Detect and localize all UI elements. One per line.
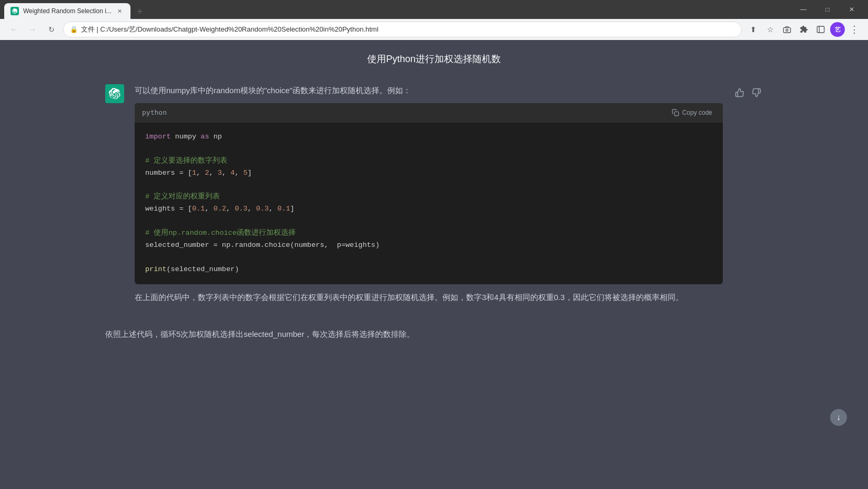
refresh-button[interactable]: ↻	[44, 22, 59, 37]
maximize-button[interactable]: □	[815, 0, 840, 19]
svg-rect-0	[783, 28, 790, 33]
nav-bar: ← → ↻ 🔒 文件 | C:/Users/艺/Downloads/Chatgp…	[0, 19, 868, 40]
profile-avatar-button[interactable]: 艺	[830, 22, 845, 37]
page-title: 使用Python进行加权选择随机数	[367, 54, 501, 64]
security-lock-icon: 🔒	[70, 26, 78, 33]
bottom-message-section: 依照上述代码，循环5次加权随机选择出selected_number，每次选择后将…	[0, 315, 868, 354]
title-bar: Weighted Random Selection i... ✕ + — □ ✕	[0, 0, 868, 19]
bottom-message-text: 依照上述代码，循环5次加权随机选择出selected_number，每次选择后将…	[105, 327, 415, 341]
copy-icon	[672, 109, 679, 116]
code-block: python Copy code import numpy as np # 定义…	[135, 103, 723, 284]
page-header: 使用Python进行加权选择随机数	[0, 40, 868, 74]
camera-icon[interactable]	[780, 22, 794, 37]
page-content: 使用Python进行加权选择随机数 可以使用numpy库中的random模块的"…	[0, 40, 868, 489]
browser-menu-button[interactable]: ⋮	[847, 22, 862, 37]
tab-title: Weighted Random Selection i...	[23, 7, 112, 15]
scroll-down-button[interactable]: ↓	[830, 409, 847, 426]
forward-button[interactable]: →	[25, 22, 40, 37]
code-header: python Copy code	[135, 103, 723, 123]
assistant-message: 可以使用numpy库中的random模块的"choice"函数来进行加权随机选择…	[0, 74, 868, 315]
svg-rect-2	[817, 26, 824, 33]
thumbs-up-button[interactable]	[733, 86, 746, 99]
message-explanation: 在上面的代码中，数字列表中的数字会根据它们在权重列表中的权重进行加权随机选择。例…	[135, 291, 723, 304]
assistant-avatar	[105, 84, 124, 103]
share-button[interactable]: ⬆	[746, 22, 761, 37]
tab-favicon	[11, 7, 19, 15]
tab-bar: Weighted Random Selection i... ✕ +	[4, 0, 147, 19]
thumbs-down-button[interactable]	[750, 86, 763, 99]
message-body: 可以使用numpy库中的random模块的"choice"函数来进行加权随机选择…	[135, 84, 723, 304]
code-content: import numpy as np # 定义要选择的数字列表 numbers …	[135, 123, 723, 284]
browser-chrome: Weighted Random Selection i... ✕ + — □ ✕…	[0, 0, 868, 40]
message-actions	[733, 84, 763, 99]
copy-code-button[interactable]: Copy code	[669, 108, 715, 117]
window-controls: — □ ✕	[791, 0, 864, 19]
chat-area: 可以使用numpy库中的random模块的"choice"函数来进行加权随机选择…	[0, 74, 868, 489]
close-button[interactable]: ✕	[840, 0, 864, 19]
address-text: 文件 | C:/Users/艺/Downloads/Chatgpt-Weight…	[81, 25, 735, 34]
copy-label: Copy code	[682, 109, 712, 116]
tab-close-button[interactable]: ✕	[116, 7, 124, 15]
new-tab-button[interactable]: +	[133, 4, 147, 19]
extensions-button[interactable]	[796, 22, 811, 37]
bookmark-button[interactable]: ☆	[763, 22, 778, 37]
message-intro: 可以使用numpy库中的random模块的"choice"函数来进行加权随机选择…	[135, 84, 723, 97]
back-button[interactable]: ←	[6, 22, 21, 37]
svg-rect-4	[674, 112, 679, 116]
sidebar-toggle-button[interactable]	[813, 22, 828, 37]
nav-actions: ⬆ ☆ 艺 ⋮	[746, 22, 862, 37]
code-language-label: python	[142, 107, 167, 118]
address-bar[interactable]: 🔒 文件 | C:/Users/艺/Downloads/Chatgpt-Weig…	[63, 22, 742, 37]
svg-point-1	[786, 29, 788, 31]
active-tab[interactable]: Weighted Random Selection i... ✕	[4, 3, 130, 19]
minimize-button[interactable]: —	[791, 0, 815, 19]
